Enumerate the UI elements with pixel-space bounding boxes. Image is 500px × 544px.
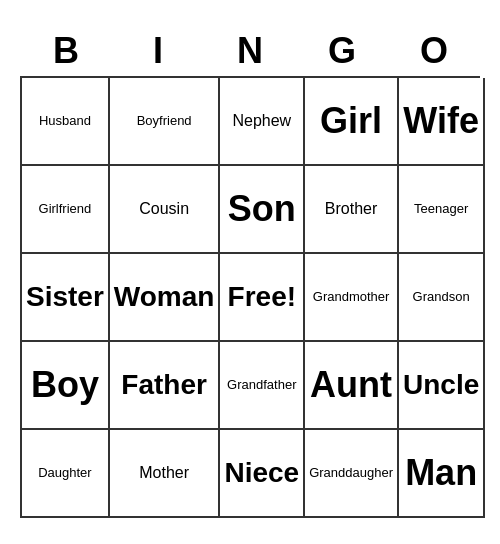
bingo-cell: Brother: [305, 166, 399, 254]
bingo-cell: Sister: [22, 254, 110, 342]
cell-text: Nephew: [232, 112, 291, 130]
bingo-cell: Mother: [110, 430, 221, 518]
bingo-grid: HusbandBoyfriendNephewGirlWifeGirlfriend…: [20, 76, 480, 518]
bingo-cell: Nephew: [220, 78, 305, 166]
bingo-cell: Husband: [22, 78, 110, 166]
cell-text: Uncle: [403, 370, 479, 401]
header-letter: G: [296, 26, 388, 76]
bingo-cell: Wife: [399, 78, 485, 166]
bingo-cell: Son: [220, 166, 305, 254]
bingo-card: BINGO HusbandBoyfriendNephewGirlWifeGirl…: [20, 26, 480, 518]
header-letter: I: [112, 26, 204, 76]
cell-text: Cousin: [139, 200, 189, 218]
cell-text: Daughter: [38, 466, 91, 480]
cell-text: Wife: [403, 101, 479, 141]
bingo-cell: Granddaugher: [305, 430, 399, 518]
bingo-cell: Woman: [110, 254, 221, 342]
bingo-cell: Girlfriend: [22, 166, 110, 254]
bingo-header: BINGO: [20, 26, 480, 76]
cell-text: Man: [405, 453, 477, 493]
bingo-cell: Niece: [220, 430, 305, 518]
cell-text: Boy: [31, 365, 99, 405]
bingo-cell: Man: [399, 430, 485, 518]
cell-text: Grandfather: [227, 378, 296, 392]
cell-text: Brother: [325, 200, 377, 218]
cell-text: Husband: [39, 114, 91, 128]
bingo-cell: Grandson: [399, 254, 485, 342]
bingo-cell: Aunt: [305, 342, 399, 430]
cell-text: Girlfriend: [39, 202, 92, 216]
header-letter: N: [204, 26, 296, 76]
header-letter: B: [20, 26, 112, 76]
cell-text: Niece: [224, 458, 299, 489]
bingo-cell: Free!: [220, 254, 305, 342]
bingo-cell: Daughter: [22, 430, 110, 518]
bingo-cell: Grandfather: [220, 342, 305, 430]
cell-text: Girl: [320, 101, 382, 141]
bingo-cell: Teenager: [399, 166, 485, 254]
cell-text: Woman: [114, 282, 215, 313]
cell-text: Grandmother: [313, 290, 390, 304]
cell-text: Sister: [26, 282, 104, 313]
bingo-cell: Girl: [305, 78, 399, 166]
cell-text: Grandson: [413, 290, 470, 304]
cell-text: Father: [121, 370, 207, 401]
header-letter: O: [388, 26, 480, 76]
bingo-cell: Uncle: [399, 342, 485, 430]
cell-text: Teenager: [414, 202, 468, 216]
cell-text: Mother: [139, 464, 189, 482]
cell-text: Son: [228, 189, 296, 229]
bingo-cell: Father: [110, 342, 221, 430]
cell-text: Boyfriend: [137, 114, 192, 128]
bingo-cell: Boyfriend: [110, 78, 221, 166]
bingo-cell: Boy: [22, 342, 110, 430]
cell-text: Granddaugher: [309, 466, 393, 480]
cell-text: Free!: [228, 282, 296, 313]
bingo-cell: Cousin: [110, 166, 221, 254]
bingo-cell: Grandmother: [305, 254, 399, 342]
cell-text: Aunt: [310, 365, 392, 405]
